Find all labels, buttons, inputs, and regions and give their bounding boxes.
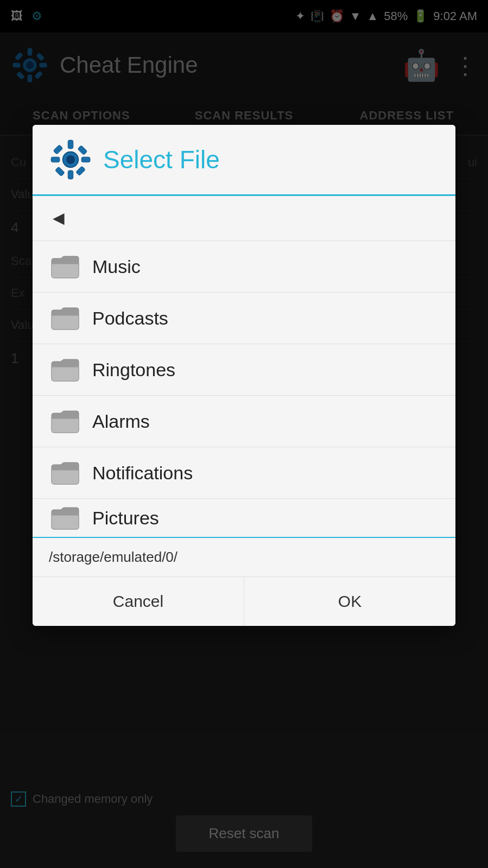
path-bar: /storage/emulated/0/: [33, 537, 455, 577]
list-item[interactable]: Podcasts: [33, 293, 455, 344]
back-button-row[interactable]: ◄: [33, 196, 455, 241]
svg-rect-12: [68, 140, 73, 149]
list-item[interactable]: Music: [33, 241, 455, 293]
svg-rect-16: [53, 144, 63, 154]
folder-icon: [49, 504, 81, 531]
dialog-logo: [49, 138, 92, 181]
folder-name: Podcasts: [92, 308, 168, 329]
folder-icon: [49, 356, 81, 383]
folder-name: Pictures: [92, 508, 159, 529]
dialog-body: ◄ Music Podcasts Ringtones: [33, 196, 455, 537]
list-item-partial[interactable]: Pictures: [33, 499, 455, 537]
svg-point-11: [66, 155, 75, 164]
dialog-title: Select File: [103, 145, 220, 174]
list-item[interactable]: Alarms: [33, 396, 455, 447]
svg-rect-19: [75, 166, 85, 176]
select-file-dialog: Select File ◄ Music Podcasts: [33, 125, 455, 626]
cancel-button[interactable]: Cancel: [33, 577, 244, 626]
back-arrow-icon[interactable]: ◄: [49, 207, 68, 230]
folder-name: Notifications: [92, 462, 193, 484]
svg-rect-14: [51, 157, 60, 162]
folder-name: Ringtones: [92, 359, 175, 381]
current-path: /storage/emulated/0/: [49, 549, 178, 565]
folder-icon: [49, 253, 81, 280]
svg-rect-13: [68, 170, 73, 179]
svg-rect-17: [78, 145, 87, 155]
list-item[interactable]: Ringtones: [33, 344, 455, 396]
list-item[interactable]: Notifications: [33, 447, 455, 499]
folder-icon: [49, 408, 81, 435]
folder-icon: [49, 305, 81, 332]
ok-button[interactable]: OK: [244, 577, 455, 626]
dialog-header: Select File: [33, 125, 455, 196]
folder-name: Alarms: [92, 411, 150, 432]
svg-rect-18: [55, 167, 65, 176]
dialog-buttons: Cancel OK: [33, 577, 455, 626]
folder-name: Music: [92, 256, 141, 277]
folder-icon: [49, 459, 81, 486]
svg-rect-15: [81, 157, 90, 162]
